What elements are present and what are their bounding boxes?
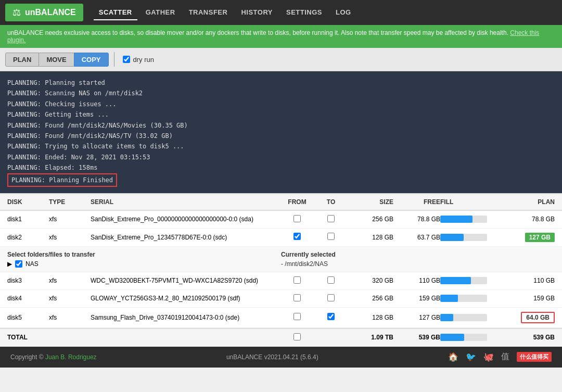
twitter-icon[interactable]: 🐦 bbox=[466, 352, 476, 362]
log-line: PLANNING: Ended: Nov 28, 2021 03:15:53 bbox=[7, 152, 555, 162]
copy-button[interactable]: COPY bbox=[74, 53, 109, 67]
header: ⚖ unBALANCE SCATTER GATHER TRANSFER HIST… bbox=[0, 0, 562, 25]
warning-banner: unBALANCE needs exclusive access to disk… bbox=[0, 25, 562, 48]
col-type: TYPE bbox=[49, 198, 91, 206]
table-row: disk3 xfs WDC_WD3200BEKT-75PVMT1_WD-WXC1… bbox=[0, 272, 562, 290]
col-plan: PLAN bbox=[503, 198, 555, 206]
footer-version: unBALANCE v2021.04.21 (5.6.4) bbox=[226, 353, 318, 361]
from-checkbox[interactable] bbox=[293, 215, 301, 222]
disk-plan: 110 GB bbox=[503, 277, 555, 284]
total-fill-bar-container bbox=[440, 334, 487, 341]
disk-free: 127 GB bbox=[393, 314, 440, 321]
log-line: PLANNING: Checking issues ... bbox=[7, 99, 555, 109]
fill-bar bbox=[440, 216, 472, 223]
github-icon[interactable]: 🐙 bbox=[483, 352, 494, 362]
disk-serial: SanDisk_Extreme_Pro_12345778D67E-0:0 (sd… bbox=[91, 234, 279, 241]
disk-serial: GLOWAY_YCT256GS3-M.2_80_M21092500179 (sd… bbox=[91, 295, 279, 302]
disk-free: 78.8 GB bbox=[393, 216, 440, 223]
log-line: PLANNING: Getting items ... bbox=[7, 109, 555, 120]
to-checkbox-cell bbox=[315, 215, 347, 224]
col-fill: FILL bbox=[440, 198, 503, 206]
nav-settings[interactable]: SETTINGS bbox=[281, 5, 327, 20]
to-checkbox[interactable] bbox=[327, 215, 335, 222]
from-checkbox-cell bbox=[279, 215, 315, 224]
dry-run-checkbox[interactable] bbox=[123, 56, 130, 63]
disk-serial: Samsung_Flash_Drive_0374019120041473-0:0… bbox=[91, 314, 279, 321]
nav-history[interactable]: HISTORY bbox=[236, 5, 278, 20]
disk-type: xfs bbox=[49, 314, 91, 321]
total-free: 539 GB bbox=[393, 334, 440, 341]
table-row: disk4 xfs GLOWAY_YCT256GS3-M.2_80_M21092… bbox=[0, 290, 562, 308]
to-checkbox[interactable] bbox=[327, 276, 335, 284]
nav-scatter[interactable]: SCATTER bbox=[94, 5, 137, 20]
nav-log[interactable]: LOG bbox=[330, 5, 356, 20]
total-fill bbox=[440, 334, 503, 341]
nav-transfer[interactable]: TRANSFER bbox=[184, 5, 233, 20]
folder-checkbox[interactable] bbox=[15, 260, 22, 268]
disk-type: xfs bbox=[49, 234, 91, 241]
tree-arrow[interactable]: ▶ bbox=[7, 260, 12, 268]
log-line: PLANNING: Planning Finished bbox=[7, 173, 117, 187]
log-line: PLANNING: Found /mnt/disk2/NAS/TV (33.02… bbox=[7, 131, 555, 141]
logo-text: unBALANCE bbox=[25, 8, 76, 17]
to-checkbox[interactable] bbox=[327, 313, 335, 320]
disk-serial: WDC_WD3200BEKT-75PVMT1_WD-WXC1A82S9720 (… bbox=[91, 277, 279, 284]
from-checkbox[interactable] bbox=[293, 233, 301, 240]
col-size: SIZE bbox=[347, 198, 393, 206]
log-line: PLANNING: Planning started bbox=[7, 78, 555, 88]
total-from bbox=[279, 333, 315, 342]
table-row: disk5 xfs Samsung_Flash_Drive_0374019120… bbox=[0, 308, 562, 328]
from-checkbox[interactable] bbox=[293, 276, 301, 284]
separator bbox=[114, 52, 114, 67]
total-from-checkbox[interactable] bbox=[293, 333, 301, 340]
footer: Copyright © Juan B. Rodriguez unBALANCE … bbox=[0, 347, 562, 368]
disk-plan: 78.8 GB bbox=[503, 216, 555, 223]
fill-bar bbox=[440, 234, 464, 241]
fill-bar-container bbox=[440, 277, 487, 284]
fill-bar-container bbox=[440, 295, 487, 302]
value-icon[interactable]: 值 bbox=[501, 351, 509, 362]
col-to: TO bbox=[315, 198, 347, 206]
total-plan: 539 GB bbox=[503, 334, 555, 341]
currently-selected-label: Currently selected bbox=[281, 251, 555, 258]
fill-bar-container bbox=[440, 216, 487, 223]
log-area: PLANNING: Planning startedPLANNING: Scan… bbox=[0, 71, 562, 193]
author-link[interactable]: Juan B. Rodriguez bbox=[45, 353, 97, 361]
to-checkbox[interactable] bbox=[327, 233, 335, 240]
disk-name: disk3 bbox=[7, 277, 49, 284]
log-line: PLANNING: Trying to allocate items to di… bbox=[7, 141, 555, 151]
from-checkbox-cell bbox=[279, 313, 315, 322]
plan-badge-red: 64.0 GB bbox=[521, 312, 555, 323]
from-checkbox[interactable] bbox=[293, 313, 301, 320]
log-line: PLANNING: Scanning NAS on /mnt/disk2 bbox=[7, 88, 555, 98]
total-fill-bar bbox=[440, 334, 464, 341]
to-checkbox[interactable] bbox=[327, 294, 335, 301]
from-checkbox-cell bbox=[279, 276, 315, 285]
disk-size: 256 GB bbox=[347, 216, 393, 223]
plan-button[interactable]: PLAN bbox=[5, 53, 39, 67]
fill-bar bbox=[440, 295, 458, 302]
folder-tree-area: Select folders/files to transfer ▶ NAS bbox=[7, 251, 281, 268]
fill-bar-container bbox=[440, 314, 487, 321]
disk-name: disk5 bbox=[7, 314, 49, 321]
main-nav: SCATTER GATHER TRANSFER HISTORY SETTINGS… bbox=[94, 5, 356, 20]
footer-icons: 🏠 🐦 🐙 值 什么值得买 bbox=[448, 351, 552, 362]
disk-name: disk1 bbox=[7, 216, 49, 223]
disk-size: 128 GB bbox=[347, 314, 393, 321]
col-from: FROM bbox=[279, 198, 315, 206]
move-button[interactable]: MOVE bbox=[39, 53, 73, 67]
fill-bar-cell bbox=[440, 216, 503, 223]
logo: ⚖ unBALANCE bbox=[5, 4, 83, 21]
folder-name: NAS bbox=[25, 260, 39, 268]
table-row: disk1 xfs SanDisk_Extreme_Pro_0000000000… bbox=[0, 211, 562, 229]
zhishu-badge[interactable]: 什么值得买 bbox=[517, 352, 552, 362]
home-icon[interactable]: 🏠 bbox=[448, 352, 458, 362]
table-header: DISK TYPE SERIAL FROM TO SIZE FREE FILL … bbox=[0, 193, 562, 211]
disk-type: xfs bbox=[49, 295, 91, 302]
footer-copyright: Copyright © Juan B. Rodriguez bbox=[10, 353, 97, 361]
from-checkbox[interactable] bbox=[293, 294, 301, 301]
to-checkbox-cell bbox=[315, 276, 347, 285]
currently-selected-value: - /mnt/disk2/NAS bbox=[281, 260, 555, 268]
nav-gather[interactable]: GATHER bbox=[140, 5, 181, 20]
disk-plan: 127 GB bbox=[503, 233, 555, 242]
